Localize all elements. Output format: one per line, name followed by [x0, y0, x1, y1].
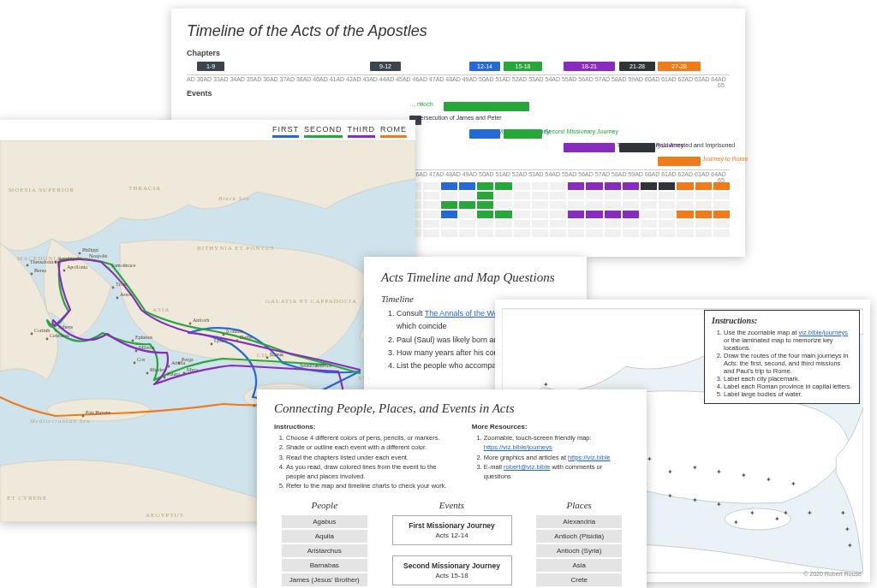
grid-cell — [695, 182, 712, 190]
city-label: Attalia — [171, 360, 186, 365]
chapter-bar[interactable]: 12-14 — [469, 62, 500, 71]
wks-link[interactable]: robert@viz.bible — [504, 463, 550, 471]
axis-tick: AD 50 — [468, 171, 485, 177]
chapter-bar[interactable]: 1-9 — [197, 62, 224, 71]
blank-instructions-list: Use the zoomable map at viz.bible/journe… — [712, 329, 852, 398]
city-label: Apollonia — [67, 264, 87, 270]
star-icon: ✦ — [692, 464, 698, 472]
star-icon: ✦ — [844, 526, 850, 533]
grid-cell — [495, 211, 511, 218]
grid-cell — [605, 201, 621, 209]
grid-cell — [514, 182, 530, 190]
grid-cell — [695, 229, 712, 237]
grid-cell — [677, 192, 693, 199]
people-pill[interactable]: Aquila — [282, 530, 367, 543]
grid-cell — [459, 229, 475, 237]
axis-tick: AD 49 — [452, 76, 468, 82]
svg-point-6 — [108, 268, 110, 270]
place-pill[interactable]: Crete — [536, 573, 622, 586]
star-icon: ✦ — [790, 480, 796, 488]
chapter-bar[interactable]: 21-28 — [619, 62, 655, 71]
event-bar[interactable] — [658, 157, 701, 166]
axis-tick: AD 60 — [635, 171, 651, 177]
axis-tick: AD 41 — [319, 76, 336, 82]
star-icon: ✦ — [733, 519, 739, 526]
city-label: Tarsus — [270, 352, 283, 357]
grid-cell — [477, 211, 493, 218]
wks-link[interactable]: https://viz.bible/journeys — [484, 443, 552, 451]
event-bar[interactable] — [504, 129, 542, 139]
svg-point-8 — [116, 297, 119, 300]
grid-cell — [477, 182, 493, 190]
wks-link[interactable]: https://viz.bible — [568, 454, 611, 461]
event-box[interactable]: Second Missionary JourneyActs 15-18 — [392, 555, 512, 585]
axis-tick: AD 53 — [519, 76, 535, 82]
svg-point-10 — [31, 333, 33, 336]
people-pill[interactable]: Aristarchus — [282, 544, 367, 557]
chapter-bar[interactable]: 15-18 — [504, 62, 542, 71]
legend-item[interactable]: SECOND — [304, 125, 343, 138]
more-resources-head: More Resources: — [472, 423, 629, 431]
places-column: Places AlexandriaAntioch (Pisidia)Antioc… — [529, 500, 630, 589]
axis-tick: AD 48 — [436, 171, 452, 177]
star-icon: ✦ — [766, 476, 772, 484]
axis-tick: AD 35 — [236, 76, 253, 82]
grid-cell — [514, 211, 530, 218]
questions-title: Acts Timeline and Map Questions — [381, 270, 570, 285]
axis-tick: AD 47 — [419, 171, 435, 177]
wks-more-item: Zoomable, touch-screen friendly map: htt… — [484, 433, 629, 453]
grid-cell — [532, 182, 548, 190]
event-bar[interactable] — [619, 143, 655, 152]
grid-cell — [623, 229, 639, 237]
legend-item[interactable]: THIRD — [348, 125, 376, 138]
place-pill[interactable]: Alexandria — [536, 515, 622, 528]
legend-item[interactable]: ROME — [380, 125, 407, 138]
axis-tick: AD 36 — [254, 76, 270, 82]
svg-point-12 — [132, 340, 134, 342]
svg-point-21 — [168, 365, 170, 368]
axis-tick: AD 40 — [303, 76, 319, 82]
place-pill[interactable]: Antioch (Syria) — [536, 544, 622, 557]
chapter-bar[interactable]: 27-28 — [658, 62, 701, 71]
grid-cell — [659, 229, 675, 237]
axis-tick: AD 51 — [486, 76, 502, 82]
people-pill[interactable]: Barnabas — [282, 559, 367, 572]
city-label: Troas — [116, 282, 128, 287]
star-icon: ✦ — [783, 509, 789, 517]
place-pill[interactable]: Antioch (Pisidia) — [536, 530, 622, 543]
grid-cell — [641, 220, 657, 228]
star-icon: ✦ — [717, 501, 723, 508]
grid-cell — [532, 229, 548, 237]
city-label: Fair Havens — [86, 410, 111, 415]
place-pill[interactable]: Asia — [536, 559, 622, 572]
grid-cell — [441, 211, 457, 218]
event-label: Second Missionary Journey — [545, 128, 618, 134]
svg-point-23 — [164, 377, 166, 379]
chapter-bar[interactable]: 18-21 — [564, 62, 615, 71]
people-head: People — [274, 500, 375, 510]
event-bar[interactable] — [444, 102, 529, 111]
svg-point-24 — [266, 357, 269, 359]
event-bar[interactable] — [564, 143, 615, 152]
event-box[interactable]: First Missionary JourneyActs 12-14 — [392, 515, 512, 545]
city-label: Samothrace — [111, 263, 136, 268]
legend-item[interactable]: FIRST — [272, 125, 299, 138]
grid-cell — [713, 192, 730, 199]
grid-cell — [677, 229, 693, 237]
grid-cell — [695, 192, 712, 199]
people-pill[interactable]: James (Jesus' Brother) — [282, 573, 367, 586]
axis-tick: AD 42 — [336, 76, 352, 82]
blank-link[interactable]: viz.bible/journeys — [799, 329, 849, 336]
blank-instr-item: Use the zoomable map at viz.bible/journe… — [724, 329, 852, 352]
grid-cell — [623, 211, 639, 218]
axis-tick: AD 56 — [569, 76, 585, 82]
grid-cell — [514, 229, 530, 237]
svg-point-32 — [82, 415, 85, 418]
city-label: Rhodes — [150, 367, 166, 372]
axis-tick: AD 61 — [652, 171, 668, 177]
grid-cell — [459, 220, 475, 228]
grid-cell — [695, 211, 712, 218]
chapter-bar[interactable]: 9-12 — [370, 62, 401, 71]
people-pill[interactable]: Agabus — [282, 515, 367, 528]
axis-tick: AD 65 — [718, 171, 730, 183]
